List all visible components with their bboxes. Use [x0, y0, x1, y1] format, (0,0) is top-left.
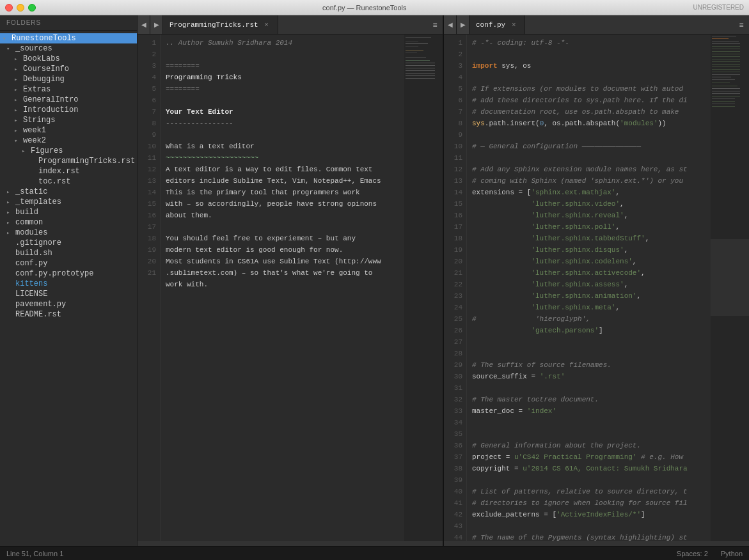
sidebar-item-label: conf.py: [15, 259, 137, 268]
sidebar-item-label: build.sh: [15, 249, 137, 258]
svg-rect-10: [406, 65, 435, 66]
sidebar-item-static[interactable]: ▸ _static: [0, 187, 137, 197]
left-nav-next[interactable]: ▶: [150, 15, 163, 34]
sidebar-item-programmingtricks[interactable]: ProgrammingTricks.rst: [0, 156, 137, 166]
svg-rect-30: [712, 69, 740, 70]
sidebar-item-label: _static: [15, 187, 137, 196]
arrow-icon: ▸: [14, 107, 23, 114]
svg-rect-6: [406, 52, 417, 53]
svg-rect-31: [712, 72, 740, 72]
svg-rect-8: [406, 60, 430, 61]
sidebar-item-introduction[interactable]: ▸ Introduction: [0, 105, 137, 115]
file-tree: ▾ RunestoneTools ▾ _sources ▸ BookLabs ▸…: [0, 31, 137, 546]
sidebar-item-strings[interactable]: ▸ Strings: [0, 115, 137, 125]
right-nav-next[interactable]: ▶: [457, 15, 469, 34]
arrow-icon: ▸: [14, 86, 23, 93]
tab-close-button[interactable]: ×: [509, 20, 518, 29]
svg-rect-27: [712, 61, 740, 62]
tab-label: ProgrammingTricks.rst: [170, 21, 258, 29]
left-nav-prev[interactable]: ◀: [138, 15, 150, 34]
sidebar-item-courseinfo[interactable]: ▸ CourseInfo: [0, 64, 137, 74]
arrow-icon: ▸: [6, 229, 15, 237]
sidebar-item-confpy-proto[interactable]: conf.py.prototype: [0, 268, 137, 279]
statusbar-spaces: Spaces: 2: [677, 550, 708, 557]
sidebar-item-generalintro[interactable]: ▸ GeneralIntro: [0, 95, 137, 105]
left-editor-pane: ◀ ▶ ProgrammingTricks.rst × ≡ 1 2 3 4 5 …: [138, 15, 443, 546]
right-tab-confpy[interactable]: conf.py ×: [469, 15, 525, 34]
svg-rect-38: [712, 91, 740, 91]
sidebar-item-label: Figures: [31, 146, 137, 155]
arrow-icon: ▸: [6, 199, 15, 206]
sidebar-item-gitignore[interactable]: .gitignore: [0, 238, 137, 248]
sidebar-item-build[interactable]: ▸ build: [0, 207, 137, 217]
sidebar-item-debugging[interactable]: ▸ Debugging: [0, 74, 137, 84]
arrow-icon: ▾: [6, 45, 15, 52]
right-tab-menu-button[interactable]: ≡: [734, 15, 749, 34]
svg-rect-29: [712, 66, 740, 67]
sidebar-item-modules[interactable]: ▸ modules: [0, 228, 137, 238]
minimize-button[interactable]: [17, 4, 24, 12]
sidebar-item-toc[interactable]: toc.rst: [0, 176, 137, 187]
left-code-content[interactable]: .. Author Sumukh Sridhara 2014 ======== …: [161, 35, 404, 541]
sidebar-item-license[interactable]: LICENSE: [0, 289, 137, 299]
svg-rect-22: [712, 49, 740, 49]
svg-rect-7: [406, 58, 426, 58]
sidebar-item-confpy[interactable]: conf.py: [0, 258, 137, 268]
sidebar-item-figures[interactable]: ▸ Figures: [0, 146, 137, 156]
sidebar-item-week1[interactable]: ▸ week1: [0, 125, 137, 136]
svg-rect-25: [712, 56, 740, 57]
svg-rect-5: [406, 50, 423, 51]
sidebar-item-common[interactable]: ▸ common: [0, 217, 137, 228]
tab-close-button[interactable]: ×: [262, 20, 271, 29]
left-tab-menu-button[interactable]: ≡: [427, 15, 443, 34]
sidebar-item-label: week2: [23, 136, 137, 145]
sidebar-item-root[interactable]: ▾ RunestoneTools: [0, 33, 137, 43]
statusbar-position: Line 51, Column 1: [6, 550, 63, 557]
sidebar-item-week2[interactable]: ▾ week2: [0, 136, 137, 146]
right-scrollbar-horizontal[interactable]: [444, 541, 749, 546]
svg-rect-37: [712, 88, 740, 89]
svg-rect-11: [406, 68, 435, 68]
right-code-content[interactable]: # -*- coding: utf-8 -*- import sys, os #…: [467, 35, 711, 541]
arrow-icon: ▸: [6, 189, 15, 196]
sidebar-item-index[interactable]: index.rst: [0, 166, 137, 176]
sidebar-item-label: BookLabs: [23, 54, 137, 63]
close-button[interactable]: [5, 4, 13, 12]
sidebar-item-readme[interactable]: README.rst: [0, 309, 137, 320]
sidebar-item-templates[interactable]: ▸ _templates: [0, 197, 137, 207]
svg-rect-45: [711, 239, 749, 316]
sidebar-item-label: Introduction: [23, 105, 137, 114]
sidebar-item-booklabs[interactable]: ▸ BookLabs: [0, 54, 137, 64]
sidebar-item-label: .gitignore: [15, 238, 137, 247]
statusbar-language: Python: [721, 550, 743, 557]
sidebar-item-label: pavement.py: [15, 300, 137, 309]
sidebar-item-kittens[interactable]: kittens: [0, 279, 137, 289]
svg-rect-43: [712, 104, 735, 104]
sidebar-item-label: Extras: [23, 85, 137, 94]
svg-rect-20: [712, 43, 740, 44]
left-minimap: [404, 35, 443, 541]
sidebar-item-buildsh[interactable]: build.sh: [0, 248, 137, 258]
arrow-icon: ▸: [14, 76, 23, 83]
arrow-icon: ▸: [6, 209, 15, 216]
svg-rect-26: [712, 59, 740, 59]
statusbar-right: Spaces: 2 Python: [677, 550, 743, 557]
left-tab-programmingtricks[interactable]: ProgrammingTricks.rst ×: [163, 15, 278, 34]
sidebar-item-sources[interactable]: ▾ _sources: [0, 43, 137, 54]
right-tab-bar: ◀ ▶ conf.py × ≡: [444, 15, 749, 35]
svg-rect-19: [712, 41, 739, 42]
svg-rect-40: [712, 96, 740, 97]
svg-rect-18: [712, 38, 729, 39]
right-nav-prev[interactable]: ◀: [444, 15, 457, 34]
svg-rect-24: [712, 54, 740, 54]
left-scrollbar-horizontal[interactable]: [138, 541, 443, 546]
right-code-editor[interactable]: 1 2 3 4 5 6 7 8 9 10 11 12 13 14 15 16 1: [444, 35, 749, 541]
left-code-editor[interactable]: 1 2 3 4 5 6 7 8 9 10 11 12 13 14 15 16 1: [138, 35, 443, 541]
sidebar-item-label: Debugging: [23, 75, 137, 84]
sidebar-item-pavement[interactable]: pavement.py: [0, 299, 137, 309]
sidebar-item-label: CourseInfo: [23, 65, 137, 74]
maximize-button[interactable]: [28, 4, 36, 12]
sidebar-item-extras[interactable]: ▸ Extras: [0, 84, 137, 95]
arrow-icon: ▸: [22, 148, 31, 155]
sidebar-item-label: README.rst: [15, 310, 137, 319]
